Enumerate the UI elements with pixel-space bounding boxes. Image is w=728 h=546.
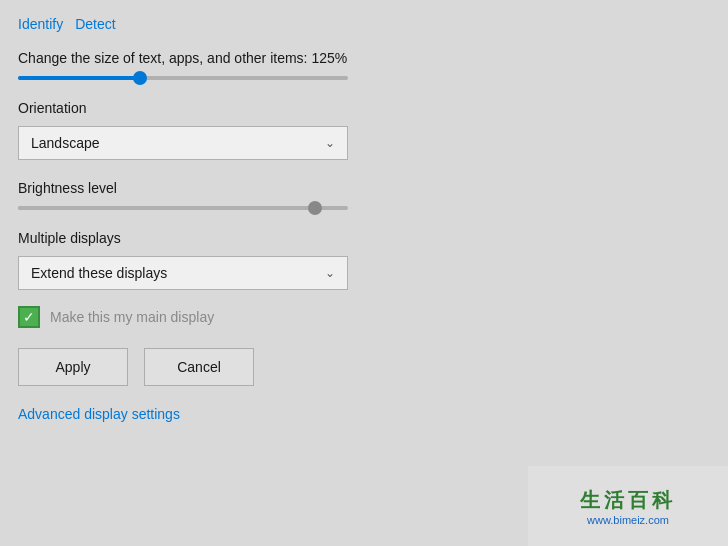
action-buttons: Apply Cancel — [18, 348, 710, 386]
orientation-selected: Landscape — [31, 135, 100, 151]
checkmark-icon: ✓ — [23, 310, 35, 324]
identify-link[interactable]: Identify — [18, 16, 63, 32]
apply-button[interactable]: Apply — [18, 348, 128, 386]
brightness-slider-track[interactable] — [18, 206, 348, 210]
orientation-dropdown[interactable]: Landscape ⌄ — [18, 126, 348, 160]
watermark: 生活百科 www.bimeiz.com — [528, 466, 728, 546]
multiple-displays-label: Multiple displays — [18, 230, 710, 246]
multiple-displays-selected: Extend these displays — [31, 265, 167, 281]
scale-section: Change the size of text, apps, and other… — [18, 50, 710, 80]
scale-slider-thumb[interactable] — [133, 71, 147, 85]
main-display-label: Make this my main display — [50, 309, 214, 325]
cancel-button[interactable]: Cancel — [144, 348, 254, 386]
multiple-displays-section: Multiple displays Extend these displays … — [18, 230, 710, 290]
main-display-checkbox[interactable]: ✓ — [18, 306, 40, 328]
multiple-displays-dropdown[interactable]: Extend these displays ⌄ — [18, 256, 348, 290]
brightness-section: Brightness level — [18, 180, 710, 210]
brightness-slider-thumb[interactable] — [308, 201, 322, 215]
chevron-down-icon: ⌄ — [325, 136, 335, 150]
orientation-section: Orientation Landscape ⌄ — [18, 100, 710, 160]
brightness-slider-fill — [18, 206, 315, 210]
main-display-row: ✓ Make this my main display — [18, 306, 710, 328]
advanced-display-settings-link[interactable]: Advanced display settings — [18, 406, 180, 422]
scale-slider-track[interactable] — [18, 76, 348, 80]
orientation-label: Orientation — [18, 100, 710, 116]
watermark-text: 生活百科 — [580, 487, 676, 514]
brightness-label: Brightness level — [18, 180, 710, 196]
detect-link[interactable]: Detect — [75, 16, 115, 32]
scale-label: Change the size of text, apps, and other… — [18, 50, 710, 66]
watermark-url: www.bimeiz.com — [587, 514, 669, 526]
top-links: Identify Detect — [18, 16, 710, 32]
scale-slider-fill — [18, 76, 140, 80]
chevron-down-icon-2: ⌄ — [325, 266, 335, 280]
